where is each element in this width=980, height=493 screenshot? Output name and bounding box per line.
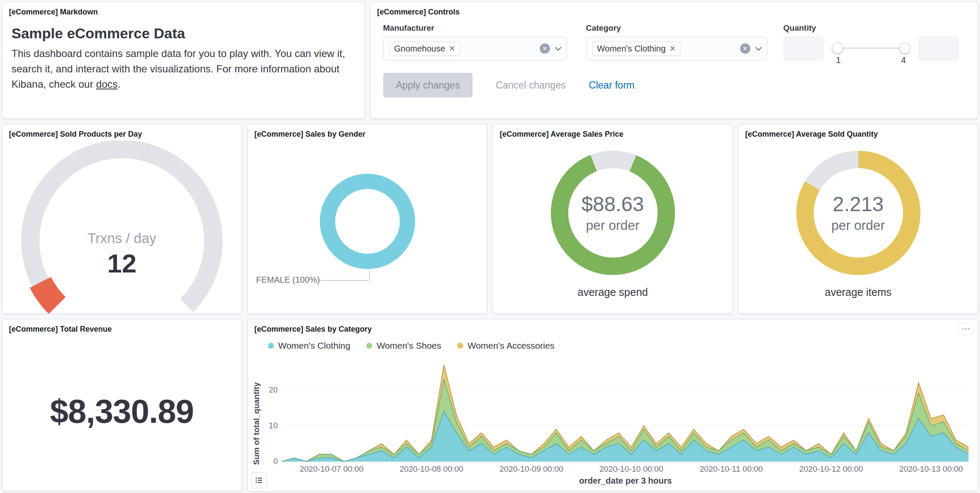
svg-text:2020-10-09 00:00: 2020-10-09 00:00 — [499, 464, 563, 473]
panel-title-markdown: [eCommerce] Markdown — [2, 2, 365, 18]
donut-hole — [335, 189, 400, 254]
avg-price-goal-host: $88.63 per order average spend — [493, 140, 732, 313]
clear-category-icon[interactable]: ✕ — [740, 43, 750, 54]
goal-unit: per order — [832, 218, 885, 233]
y-axis-title: Sum of total_quantity — [252, 354, 264, 476]
avg-quantity-goal-host: 2.213 per order average items — [738, 140, 978, 313]
legend-color-dot — [457, 343, 463, 349]
category-combobox[interactable]: Women's Clothing ✕ ✕ — [586, 37, 767, 60]
gender-donut-chart[interactable] — [320, 174, 415, 269]
avg-quantity-donut-chart[interactable]: 2.213 per order — [796, 151, 920, 275]
callout-line — [369, 269, 370, 280]
pie-slice-label: FEMALE (100%) — [256, 275, 320, 285]
area-chart[interactable]: 010202020-10-07 00:002020-10-08 00:00202… — [264, 354, 972, 476]
panel-options-icon[interactable]: ⋯ — [958, 323, 974, 335]
slider-handle-max[interactable] — [899, 43, 910, 54]
manufacturer-combobox[interactable]: Gnomehouse ✕ ✕ — [383, 37, 567, 60]
goal-unit: per order — [586, 218, 640, 233]
apply-changes-button[interactable]: Apply changes — [383, 73, 473, 97]
goal-caption: average items — [825, 286, 892, 298]
quantity-min-input[interactable] — [783, 37, 823, 60]
goal-value: 2.213 — [832, 192, 883, 216]
svg-text:2020-10-07 00:00: 2020-10-07 00:00 — [299, 464, 363, 473]
controls-buttons-row: Apply changes Cancel changes Clear form — [383, 73, 966, 97]
legend-item[interactable]: Women's Accessories — [457, 341, 554, 351]
chevron-down-icon[interactable] — [755, 44, 762, 51]
svg-text:2020-10-12 00:00: 2020-10-12 00:00 — [799, 464, 863, 473]
panel-total-revenue: [eCommerce] Total Revenue $8,330.89 — [2, 319, 242, 491]
dashboard: [eCommerce] Markdown Sample eCommerce Da… — [0, 0, 980, 493]
markdown-text-end: . — [118, 78, 121, 90]
legend-item[interactable]: Women's Clothing — [268, 341, 350, 351]
remove-manufacturer-icon[interactable]: ✕ — [449, 45, 456, 52]
panel-controls: [eCommerce] Controls Manufacturer Gnomeh… — [370, 2, 979, 119]
category-selected-pill: Women's Clothing ✕ — [593, 42, 681, 56]
manufacturer-selected-pill: Gnomehouse ✕ — [390, 42, 460, 56]
manufacturer-selected-value: Gnomehouse — [394, 44, 445, 54]
panel-title-gender: [eCommerce] Sales by Gender — [248, 124, 487, 140]
quantity-slider[interactable]: 1 4 — [833, 37, 909, 62]
svg-text:10: 10 — [269, 421, 278, 430]
svg-text:2020-10-08 00:00: 2020-10-08 00:00 — [399, 464, 463, 473]
total-revenue-value: $8,330.89 — [2, 335, 242, 491]
gender-pie-host: FEMALE (100%) — [248, 140, 487, 313]
manufacturer-control: Manufacturer Gnomehouse ✕ ✕ — [383, 23, 567, 62]
category-label: Category — [586, 23, 767, 33]
panel-title-avg-quantity: [eCommerce] Average Sold Quantity — [738, 124, 978, 140]
legend-toggle-button[interactable] — [251, 472, 267, 488]
panel-title-gauge: [eCommerce] Sold Products per Day — [2, 124, 242, 140]
markdown-heading: Sample eCommerce Data — [11, 25, 355, 42]
panel-average-sold-quantity: [eCommerce] Average Sold Quantity 2.213 … — [738, 124, 978, 314]
chevron-down-icon[interactable] — [555, 44, 561, 51]
panel-markdown: [eCommerce] Markdown Sample eCommerce Da… — [2, 2, 365, 119]
legend-list-icon — [255, 476, 263, 484]
svg-text:2020-10-13 00:00: 2020-10-13 00:00 — [899, 464, 963, 473]
goal-caption: average spend — [578, 286, 648, 298]
quantity-max-input[interactable] — [919, 37, 959, 60]
docs-link[interactable]: docs — [96, 78, 118, 90]
remove-category-icon[interactable]: ✕ — [669, 45, 676, 52]
area-chart-wrap: Sum of total_quantity 010202020-10-07 00… — [252, 354, 972, 476]
quantity-control: Quantity 1 4 — [783, 23, 966, 62]
svg-text:2020-10-10 00:00: 2020-10-10 00:00 — [599, 464, 663, 473]
markdown-paragraph: This dashboard contains sample data for … — [11, 46, 355, 92]
panel-sold-products-per-day: [eCommerce] Sold Products per Day Trxns … — [2, 124, 242, 314]
markdown-text: This dashboard contains sample data for … — [11, 48, 345, 90]
slider-min-value: 1 — [836, 55, 841, 65]
quantity-row: 1 4 — [783, 37, 966, 62]
panel-average-sales-price: [eCommerce] Average Sales Price $88.63 p… — [493, 124, 733, 314]
clear-form-link[interactable]: Clear form — [589, 80, 634, 91]
slider-max-value: 4 — [901, 55, 906, 65]
panel-title-revenue: [eCommerce] Total Revenue — [2, 319, 242, 335]
goal-center-text: 2.213 per order — [814, 168, 903, 258]
legend-color-dot — [366, 343, 372, 349]
panel-title-controls: [eCommerce] Controls — [370, 2, 978, 18]
markdown-body: Sample eCommerce Data This dashboard con… — [2, 18, 365, 92]
slider-handle-min[interactable] — [832, 43, 843, 54]
avg-price-donut-chart[interactable]: $88.63 per order — [551, 151, 675, 275]
combobox-controls: ✕ — [540, 43, 561, 54]
combobox-controls: ✕ — [740, 43, 761, 54]
x-axis-title: order_date per 3 hours — [273, 476, 978, 486]
gauge-chart[interactable]: Trxns / day 12 — [2, 140, 242, 313]
svg-text:0: 0 — [273, 457, 278, 466]
quantity-label: Quantity — [783, 23, 966, 33]
manufacturer-label: Manufacturer — [383, 23, 567, 33]
goal-value: $88.63 — [581, 192, 644, 216]
chart-legend: Women's ClothingWomen's ShoesWomen's Acc… — [268, 339, 978, 353]
svg-text:20: 20 — [269, 385, 278, 394]
legend-item[interactable]: Women's Shoes — [366, 341, 441, 351]
slider-track — [833, 48, 909, 49]
callout-line — [321, 280, 369, 281]
svg-text:2020-10-11 00:00: 2020-10-11 00:00 — [700, 464, 763, 473]
panel-title-avg-price: [eCommerce] Average Sales Price — [493, 124, 732, 140]
clear-manufacturer-icon[interactable]: ✕ — [540, 43, 550, 54]
panel-sales-by-gender: [eCommerce] Sales by Gender FEMALE (100%… — [247, 124, 487, 314]
category-control: Category Women's Clothing ✕ ✕ — [586, 23, 767, 62]
legend-color-dot — [268, 343, 274, 349]
controls-row: Manufacturer Gnomehouse ✕ ✕ Category — [383, 23, 966, 62]
panel-sales-by-category: [eCommerce] Sales by Category ⋯ Women's … — [247, 319, 978, 491]
category-selected-value: Women's Clothing — [597, 44, 666, 54]
panel-title-category: [eCommerce] Sales by Category — [248, 319, 978, 335]
cancel-changes-button[interactable]: Cancel changes — [493, 79, 568, 92]
